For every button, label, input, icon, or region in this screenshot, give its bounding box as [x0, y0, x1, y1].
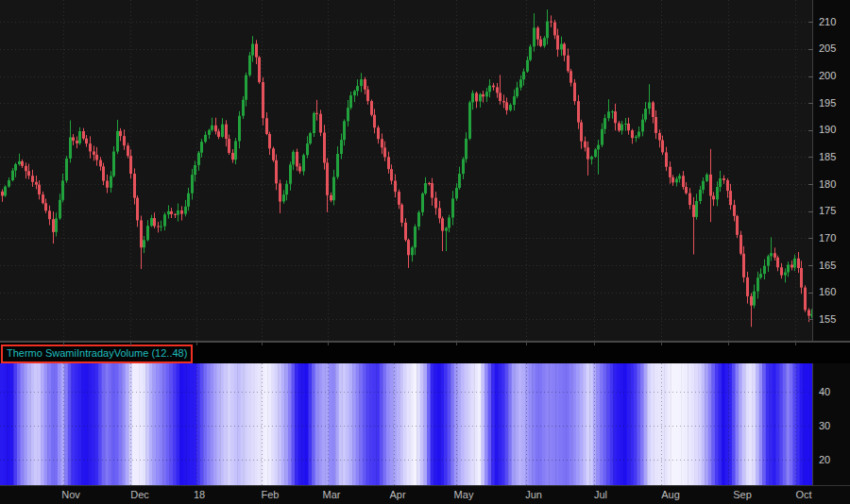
month-label-jul: Jul [594, 489, 607, 500]
study-label[interactable]: Thermo SwamiIntradayVolume (12..48) [1, 344, 193, 363]
study-y-axis[interactable]: 403020 [813, 363, 850, 485]
month-label-nov: Nov [61, 489, 80, 500]
divider-tick [328, 343, 329, 345]
month-label-oct: Oct [795, 489, 811, 500]
divider-tick [526, 343, 527, 345]
study-y-label: 20 [819, 455, 830, 465]
month-label-apr: Apr [389, 489, 405, 500]
divider-tick [456, 343, 457, 345]
study-y-label: 40 [819, 387, 830, 397]
price-y-label: 205 [819, 43, 836, 54]
study-y-label: 30 [819, 421, 830, 431]
price-y-axis[interactable]: 210205200195190185180175170165160155 [813, 0, 850, 341]
month-label-aug: Aug [661, 489, 680, 500]
month-label-feb: Feb [262, 489, 280, 500]
price-y-label: 155 [819, 314, 836, 325]
axis-corner [813, 486, 850, 504]
divider-tick [661, 343, 662, 345]
price-y-label: 190 [819, 125, 836, 135]
divider-tick [728, 343, 729, 345]
divider-tick [262, 343, 263, 345]
price-y-label: 175 [819, 206, 836, 216]
divider-tick [130, 343, 131, 345]
study-label-row: Thermo SwamiIntradayVolume (12..48) [0, 343, 850, 363]
price-y-label: 185 [819, 152, 836, 162]
month-label-18: 18 [194, 489, 205, 500]
price-y-label: 195 [819, 98, 836, 109]
price-y-label: 210 [819, 17, 836, 27]
thermo-heatmap-canvas[interactable] [0, 363, 813, 485]
month-label-may: May [454, 489, 474, 500]
price-chart-panel[interactable] [0, 0, 813, 341]
divider-tick [63, 343, 64, 345]
month-label-mar: Mar [323, 489, 341, 500]
divider-tick [394, 343, 395, 345]
month-label-dec: Dec [130, 489, 149, 500]
price-y-label: 170 [819, 233, 836, 244]
price-y-label: 165 [819, 260, 836, 271]
month-label-jun: Jun [525, 489, 542, 500]
price-y-label: 200 [819, 71, 836, 81]
divider-tick [594, 343, 595, 345]
trading-chart-window: 210205200195190185180175170165160155 The… [0, 0, 850, 504]
price-candlestick-canvas[interactable] [0, 0, 813, 341]
divider-tick [795, 343, 796, 345]
price-y-label: 180 [819, 179, 836, 190]
divider-tick [196, 343, 197, 345]
date-axis[interactable]: NovDec18FebMarAprMayJunJulAugSepOct [0, 486, 850, 504]
price-y-label: 160 [819, 287, 836, 297]
month-label-sep: Sep [733, 489, 752, 500]
